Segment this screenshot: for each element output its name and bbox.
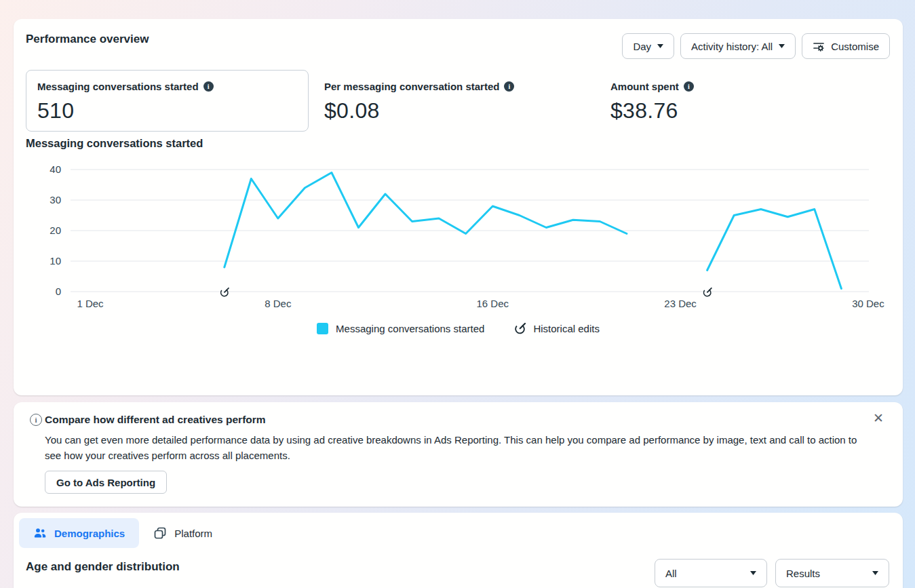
metric-value: 510 [37, 98, 297, 123]
svg-text:30 Dec: 30 Dec [852, 298, 884, 309]
tab-demographics[interactable]: Demographics [19, 518, 139, 548]
legend-label: Messaging conversations started [336, 323, 484, 334]
svg-text:8 Dec: 8 Dec [265, 298, 292, 309]
svg-text:40: 40 [50, 163, 61, 175]
historical-edit-marker-icon [702, 288, 712, 297]
info-icon[interactable]: i [684, 81, 694, 92]
chart-controls: Day Activity history: All Customise [622, 33, 890, 59]
legend-item-messaging: Messaging conversations started [317, 323, 484, 334]
customise-label: Customise [831, 41, 879, 52]
metric-label: Per messaging conversation started [324, 81, 499, 92]
go-to-ads-reporting-button[interactable]: Go to Ads Reporting [45, 471, 167, 494]
svg-text:16 Dec: 16 Dec [476, 298, 509, 309]
performance-overview-card: Performance overview Day Activity histor… [14, 19, 903, 395]
filter-value: Results [786, 568, 820, 579]
close-icon[interactable]: ✕ [873, 412, 884, 425]
legend-item-historical-edits: Historical edits [514, 323, 600, 334]
chevron-down-icon [657, 44, 663, 48]
info-icon[interactable]: i [504, 81, 514, 92]
filter-dropdown-all[interactable]: All [655, 559, 767, 587]
svg-text:20: 20 [50, 224, 61, 236]
banner-title: Compare how different ad creatives perfo… [45, 414, 266, 426]
customise-settings-icon [813, 40, 825, 52]
historical-edits-icon [514, 323, 526, 334]
breakdown-filters: All Results [655, 559, 889, 587]
tab-label: Demographics [54, 528, 125, 539]
tab-platform[interactable]: Platform [139, 518, 227, 548]
activity-history-label: Activity history: All [691, 41, 773, 52]
breakdown-card: Demographics Platform Age and gender dis… [14, 513, 903, 588]
svg-text:1 Dec: 1 Dec [77, 298, 104, 309]
metric-label: Amount spent [610, 81, 679, 92]
line-chart: 0102030401 Dec8 Dec16 Dec23 Dec30 Dec [14, 151, 903, 317]
page-title: Performance overview [26, 33, 149, 46]
chevron-down-icon [872, 571, 878, 575]
metric-card-messaging-conversations[interactable]: Messaging conversations started i 510 [26, 70, 309, 132]
svg-text:0: 0 [56, 286, 61, 297]
platform-layers-icon [153, 526, 167, 540]
day-dropdown-label: Day [633, 41, 651, 52]
metric-card-per-conversation-cost[interactable]: Per messaging conversation started i $0.… [324, 70, 514, 123]
metric-card-amount-spent[interactable]: Amount spent i $38.76 [610, 70, 694, 123]
svg-text:23 Dec: 23 Dec [664, 298, 697, 309]
historical-edit-marker-icon [220, 288, 229, 297]
filter-dropdown-results[interactable]: Results [775, 559, 889, 587]
tab-label: Platform [174, 528, 212, 539]
section-title-age-gender: Age and gender distribution [26, 560, 180, 574]
chart-legend: Messaging conversations started Historic… [14, 323, 903, 334]
chart-title: Messaging conversations started [26, 137, 203, 150]
info-circle-icon: i [30, 414, 42, 426]
metric-value: $0.08 [324, 98, 514, 123]
activity-history-dropdown[interactable]: Activity history: All [680, 33, 796, 59]
filter-value: All [665, 568, 677, 579]
info-icon[interactable]: i [203, 81, 214, 92]
people-icon [33, 526, 47, 540]
chevron-down-icon [779, 44, 785, 48]
legend-color-swatch [317, 323, 328, 334]
banner-body-text: You can get even more detailed performan… [45, 432, 869, 463]
legend-label: Historical edits [533, 323, 600, 334]
metric-label: Messaging conversations started [37, 81, 199, 92]
svg-text:10: 10 [50, 255, 61, 267]
chevron-down-icon [750, 571, 756, 575]
svg-text:30: 30 [50, 194, 61, 205]
breakdown-tabs: Demographics Platform [19, 518, 227, 548]
metric-value: $38.76 [610, 98, 694, 123]
customise-button[interactable]: Customise [802, 33, 890, 59]
day-dropdown[interactable]: Day [622, 33, 674, 59]
ad-creatives-banner: i Compare how different ad creatives per… [14, 402, 903, 507]
